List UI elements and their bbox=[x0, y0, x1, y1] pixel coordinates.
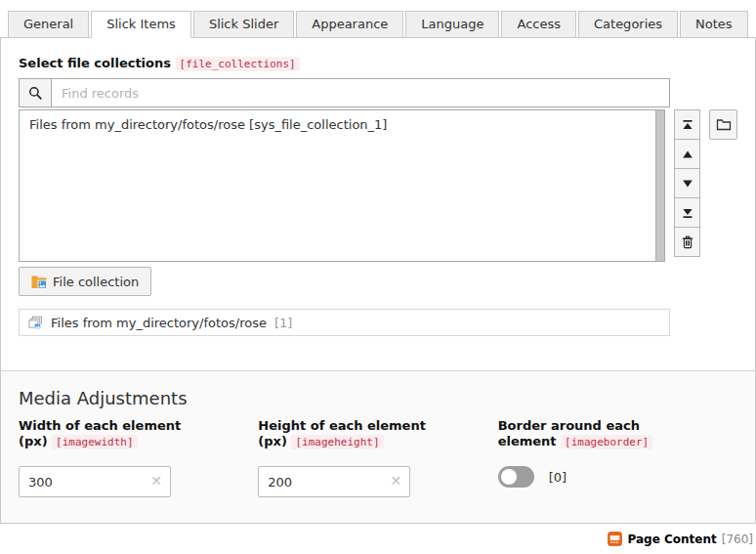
tab-categories[interactable]: Categories bbox=[578, 11, 678, 38]
image-height-input[interactable] bbox=[258, 466, 410, 497]
image-border-value: [0] bbox=[549, 470, 567, 485]
image-height-label: Height of each element (px) [imageheight… bbox=[258, 418, 429, 450]
delete-button[interactable] bbox=[674, 227, 700, 257]
search-input[interactable] bbox=[51, 78, 670, 107]
media-adjustments-section: Media Adjustments Width of each element … bbox=[1, 370, 755, 523]
list-item[interactable]: Files from my_directory/fotos/rose [sys_… bbox=[20, 110, 664, 139]
add-file-collection-button[interactable]: File collection bbox=[19, 267, 151, 296]
add-file-collection-label: File collection bbox=[53, 275, 139, 289]
toggle-knob bbox=[501, 469, 517, 485]
collection-reference-label: Files from my_directory/fotos/rose bbox=[51, 316, 267, 330]
collection-reference-row[interactable]: Files from my_directory/fotos/rose [1] bbox=[19, 309, 670, 336]
move-to-top-button[interactable] bbox=[674, 109, 700, 140]
move-up-button[interactable] bbox=[674, 139, 700, 169]
image-border-label: Border around each element [imageborder] bbox=[498, 418, 669, 450]
clear-width-icon[interactable]: ✕ bbox=[150, 473, 162, 489]
clear-height-icon[interactable]: ✕ bbox=[391, 473, 402, 489]
collection-reference-count: [1] bbox=[274, 316, 292, 330]
record-search bbox=[19, 78, 670, 107]
tab-access[interactable]: Access bbox=[501, 11, 576, 38]
selected-collections-listbox[interactable]: Files from my_directory/fotos/rose [sys_… bbox=[19, 109, 665, 262]
file-collections-field-tag: [file_collections] bbox=[176, 57, 300, 71]
image-border-field: Border around each element [imageborder]… bbox=[498, 418, 737, 497]
tab-appearance[interactable]: Appearance bbox=[296, 11, 403, 38]
media-adjustments-columns: Width of each element (px) [imagewidth] … bbox=[19, 418, 737, 497]
image-height-field-tag: [imageheight] bbox=[291, 435, 383, 449]
move-down-button[interactable] bbox=[674, 168, 700, 198]
selected-collections-zone: Files from my_directory/fotos/rose [sys_… bbox=[19, 109, 737, 262]
search-icon bbox=[28, 86, 43, 101]
tab-slick-items[interactable]: Slick Items bbox=[91, 11, 191, 38]
file-collection-icon bbox=[31, 274, 47, 289]
listbox-scrollbar[interactable] bbox=[655, 110, 664, 261]
browse-folder-button[interactable] bbox=[709, 109, 737, 140]
browse-column bbox=[709, 109, 737, 262]
page-content-icon bbox=[608, 532, 622, 546]
tab-notes[interactable]: Notes bbox=[680, 11, 748, 38]
search-icon-box bbox=[19, 78, 51, 107]
slick-items-panel: Select file collections [file_collection… bbox=[0, 37, 756, 524]
list-control-buttons bbox=[674, 109, 700, 262]
record-uid: [760] bbox=[722, 533, 753, 546]
image-border-field-tag: [imageborder] bbox=[561, 435, 652, 449]
record-footer: Page Content [760] bbox=[0, 524, 756, 554]
tab-slick-slider[interactable]: Slick Slider bbox=[193, 11, 294, 38]
image-width-field: Width of each element (px) [imagewidth] … bbox=[19, 418, 258, 497]
move-to-bottom-button[interactable] bbox=[674, 197, 700, 228]
image-width-input[interactable] bbox=[19, 466, 171, 497]
file-collections-label-text: Select file collections bbox=[19, 56, 171, 70]
image-width-label: Width of each element (px) [imagewidth] bbox=[19, 418, 189, 450]
image-width-field-tag: [imagewidth] bbox=[52, 435, 137, 449]
tab-general[interactable]: General bbox=[8, 11, 89, 38]
image-border-toggle[interactable] bbox=[498, 466, 534, 488]
media-adjustments-title: Media Adjustments bbox=[19, 388, 737, 408]
tab-bar: General Slick Items Slick Slider Appeara… bbox=[0, 0, 756, 37]
record-type-label: Page Content bbox=[627, 533, 716, 546]
file-collections-label: Select file collections [file_collection… bbox=[19, 56, 737, 70]
file-collections-section: Select file collections [file_collection… bbox=[1, 38, 755, 370]
image-height-field: Height of each element (px) [imageheight… bbox=[258, 418, 497, 497]
collection-stack-icon bbox=[28, 316, 43, 330]
tab-language[interactable]: Language bbox=[405, 11, 499, 38]
